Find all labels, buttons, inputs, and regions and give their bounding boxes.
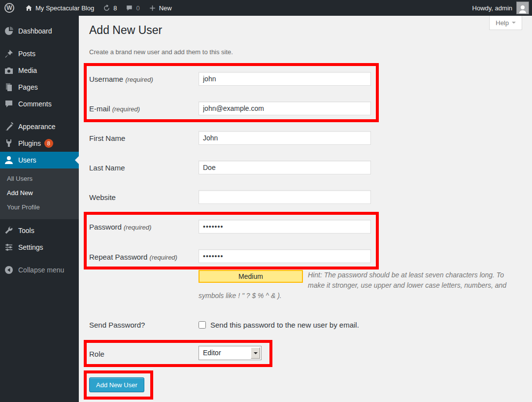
submenu-item-your-profile[interactable]: Your Profile — [0, 200, 79, 214]
sidebar-item-comments[interactable]: Comments — [0, 96, 79, 112]
first-name-label: First Name — [89, 134, 125, 142]
camera-icon — [4, 66, 14, 75]
select-dropdown-button[interactable] — [251, 347, 260, 359]
new-label: New — [159, 4, 172, 12]
chevron-down-icon — [254, 352, 258, 356]
website-label: Website — [89, 193, 116, 201]
plugins-update-badge: 8 — [44, 139, 53, 148]
collapse-menu-button[interactable]: Collapse menu — [0, 262, 79, 278]
users-icon — [4, 155, 14, 165]
username-label: Username (required) — [89, 75, 153, 83]
sidebar-item-media[interactable]: Media — [0, 62, 79, 79]
role-selected-value: Editor — [203, 349, 221, 357]
sidebar-item-users[interactable]: Users — [0, 152, 79, 168]
dashboard-icon — [4, 26, 14, 36]
site-name-menu[interactable]: My Spectacular Blog — [21, 0, 99, 16]
comment-count: 0 — [136, 4, 139, 12]
users-submenu: All Users Add New Your Profile — [0, 168, 79, 219]
password-strength-area: Medium Hint: The password should be at l… — [199, 270, 510, 301]
sliders-icon — [4, 242, 14, 252]
last-name-label: Last Name — [89, 164, 125, 172]
website-input[interactable] — [199, 190, 371, 204]
site-name: My Spectacular Blog — [35, 4, 94, 12]
send-password-label: Send Password? — [89, 321, 145, 329]
paintbrush-icon — [4, 122, 14, 132]
avatar[interactable] — [516, 1, 529, 14]
home-icon — [25, 4, 33, 12]
updates-icon — [103, 4, 110, 12]
wordpress-logo[interactable]: W — [0, 0, 19, 16]
page-subtitle: Create a brand new user and add them to … — [89, 48, 233, 56]
send-password-checkbox[interactable] — [199, 321, 206, 329]
comment-bubble-icon — [126, 4, 133, 12]
comments-icon — [4, 99, 14, 109]
password-strength-meter: Medium — [199, 270, 303, 283]
role-select[interactable]: Editor — [199, 346, 262, 360]
sidebar-item-dashboard[interactable]: Dashboard — [0, 23, 79, 39]
email-label: E-mail (required) — [89, 104, 140, 113]
password-label: Password (required) — [89, 223, 151, 231]
send-password-checkbox-label[interactable]: Send this password to the new user by em… — [210, 321, 359, 329]
howdy-admin[interactable]: Howdy, admin — [472, 4, 512, 12]
active-menu-arrow — [71, 156, 79, 164]
pages-icon — [4, 82, 14, 92]
wordpress-logo-icon: W — [4, 3, 14, 13]
add-new-user-button[interactable]: Add New User — [89, 377, 144, 392]
required-note: (required) — [112, 105, 140, 113]
sidebar-item-tools[interactable]: Tools — [0, 222, 79, 239]
sidebar-item-pages[interactable]: Pages — [0, 79, 79, 96]
submenu-item-all-users[interactable]: All Users — [0, 171, 79, 186]
plugin-icon — [4, 138, 14, 148]
sidebar-item-plugins[interactable]: Plugins 8 — [0, 135, 79, 152]
sidebar-item-appearance[interactable]: Appearance — [0, 118, 79, 135]
help-tab-button[interactable]: Help — [489, 16, 522, 30]
admin-bar: W My Spectacular Blog 8 0 New Howdy, adm… — [0, 0, 532, 16]
sidebar-item-settings[interactable]: Settings — [0, 239, 79, 256]
repeat-password-input[interactable] — [199, 249, 371, 263]
updates-menu[interactable]: 8 — [99, 0, 121, 16]
comments-menu[interactable]: 0 — [121, 0, 144, 16]
role-label: Role — [89, 350, 104, 358]
update-count: 8 — [113, 4, 117, 12]
admin-sidebar: Dashboard Posts Media Pages Comments App… — [0, 16, 79, 402]
required-note: (required) — [124, 224, 151, 231]
plus-icon — [149, 4, 156, 12]
username-input[interactable] — [199, 72, 371, 86]
sidebar-item-posts[interactable]: Posts — [0, 45, 79, 62]
pushpin-icon — [4, 49, 14, 59]
email-input[interactable] — [199, 101, 371, 115]
password-input[interactable] — [199, 220, 371, 234]
main-content: Help Add New User Create a brand new use… — [79, 16, 532, 402]
last-name-input[interactable] — [199, 161, 371, 174]
required-note: (required) — [150, 254, 177, 261]
repeat-password-label: Repeat Password (required) — [89, 253, 177, 261]
person-icon — [518, 4, 528, 14]
new-content-menu[interactable]: New — [144, 0, 176, 16]
submenu-item-add-new[interactable]: Add New — [0, 186, 79, 200]
required-note: (required) — [125, 76, 153, 83]
chevron-down-icon — [512, 22, 516, 26]
first-name-input[interactable] — [199, 131, 371, 145]
page-title: Add New User — [89, 24, 162, 37]
collapse-arrow-icon — [4, 265, 14, 275]
wrench-icon — [4, 226, 14, 235]
